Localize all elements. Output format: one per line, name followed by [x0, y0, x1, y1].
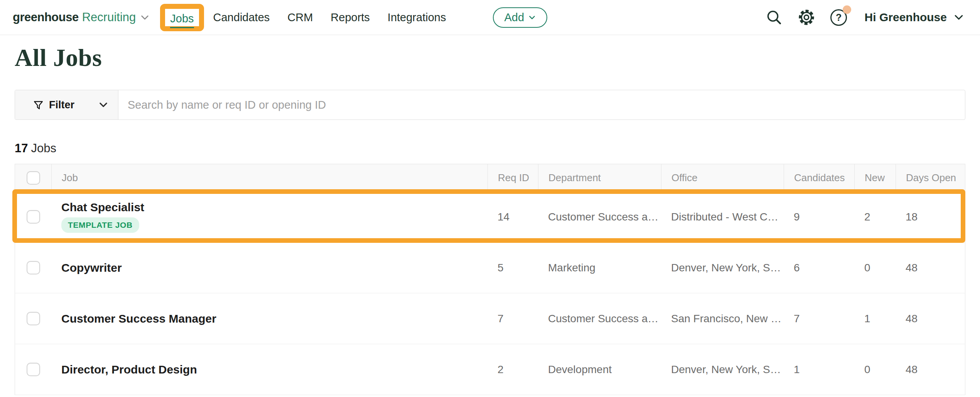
cell-candidates: 9: [784, 192, 854, 242]
brand-name: greenhouse: [13, 10, 79, 24]
table-row[interactable]: Director, Product Design 2 Development D…: [15, 344, 965, 395]
column-header-job[interactable]: Job: [51, 164, 487, 191]
jobs-count-number: 17: [15, 141, 28, 155]
user-menu[interactable]: Hi Greenhouse: [865, 11, 965, 24]
add-button[interactable]: Add: [493, 7, 547, 28]
page-title: All Jobs: [15, 44, 965, 71]
cell-candidates: 6: [784, 242, 854, 293]
cell-new: 1: [854, 293, 896, 344]
table-header-row: Job Req ID Department Office Candidates …: [15, 164, 965, 192]
template-job-badge: TEMPLATE JOB: [61, 217, 139, 233]
gear-icon[interactable]: [798, 8, 815, 26]
nav-item-jobs[interactable]: Jobs: [170, 12, 194, 28]
column-header-days-open[interactable]: Days Open: [896, 164, 965, 191]
column-header-new[interactable]: New: [854, 164, 896, 191]
nav-item-candidates[interactable]: Candidates: [213, 11, 270, 24]
job-link[interactable]: Customer Success Manager: [61, 312, 216, 325]
cell-req-id: 14: [487, 192, 538, 242]
cell-req-id: 2: [487, 344, 538, 395]
chevron-down-icon: [953, 12, 965, 23]
nav-right-cluster: ? Hi Greenhouse: [751, 8, 965, 26]
filter-search-bar: Filter: [15, 90, 965, 120]
chevron-down-icon: [528, 13, 536, 22]
cell-candidates: 1: [784, 344, 854, 395]
filter-dropdown[interactable]: Filter: [15, 90, 118, 119]
cell-days-open: 48: [896, 344, 965, 395]
notification-dot: [843, 5, 851, 14]
cell-department: Customer Success a…: [538, 293, 661, 344]
cell-new: 2: [854, 192, 896, 242]
cell-candidates: 7: [784, 293, 854, 344]
column-header-department[interactable]: Department: [538, 164, 661, 191]
cell-new: 0: [854, 344, 896, 395]
cell-office: Distributed - West C…: [661, 192, 784, 242]
nav-item-crm[interactable]: CRM: [287, 11, 313, 24]
jobs-search-input[interactable]: [118, 90, 965, 119]
jobs-count: 17Jobs: [15, 141, 965, 155]
cell-office: San Francisco, New …: [661, 293, 784, 344]
user-greeting: Hi Greenhouse: [865, 11, 947, 24]
column-header-req-id[interactable]: Req ID: [487, 164, 538, 191]
job-link[interactable]: Copywriter: [61, 261, 122, 274]
add-button-label: Add: [504, 11, 524, 24]
row-checkbox[interactable]: [27, 261, 40, 274]
cell-department: Development: [538, 344, 661, 395]
jobs-count-label: Jobs: [31, 141, 56, 155]
cell-days-open: 48: [896, 293, 965, 344]
cell-department: Customer Success a…: [538, 192, 661, 242]
funnel-icon: [33, 99, 44, 111]
greenhouse-logo[interactable]: greenhouse Recruiting: [13, 10, 150, 24]
table-row[interactable]: Customer Success Manager 7 Customer Succ…: [15, 293, 965, 344]
help-icon[interactable]: ?: [830, 8, 848, 26]
filter-label: Filter: [49, 99, 74, 111]
cell-office: Denver, New York, S…: [661, 242, 784, 293]
brand-product: Recruiting: [82, 10, 136, 24]
cell-department: Marketing: [538, 242, 661, 293]
cell-new: 0: [854, 242, 896, 293]
table-body: Chat Specialist TEMPLATE JOB 14 Customer…: [15, 192, 965, 395]
job-link[interactable]: Director, Product Design: [61, 363, 197, 376]
main-content: All Jobs Filter 17Jobs Job Req ID Depart…: [0, 44, 980, 395]
top-navigation-bar: greenhouse Recruiting Jobs Candidates CR…: [0, 0, 980, 35]
cell-req-id: 5: [487, 242, 538, 293]
job-link[interactable]: Chat Specialist: [61, 201, 144, 214]
cell-office: Denver, New York, S…: [661, 344, 784, 395]
table-row[interactable]: Copywriter 5 Marketing Denver, New York,…: [15, 242, 965, 293]
jobs-table: Job Req ID Department Office Candidates …: [15, 164, 965, 395]
table-row[interactable]: Chat Specialist TEMPLATE JOB 14 Customer…: [15, 192, 965, 242]
annotation-box-jobs: Jobs: [160, 4, 204, 31]
cell-req-id: 7: [487, 293, 538, 344]
nav-item-integrations[interactable]: Integrations: [388, 11, 446, 24]
chevron-down-icon: [98, 99, 109, 110]
row-checkbox[interactable]: [27, 312, 40, 325]
cell-days-open: 18: [896, 192, 965, 242]
row-checkbox[interactable]: [27, 363, 40, 376]
select-all-checkbox[interactable]: [27, 171, 40, 185]
primary-nav: Jobs Candidates CRM Reports Integrations: [160, 4, 464, 31]
search-icon[interactable]: [765, 8, 783, 26]
column-header-office[interactable]: Office: [661, 164, 784, 191]
column-header-candidates[interactable]: Candidates: [784, 164, 854, 191]
nav-item-reports[interactable]: Reports: [331, 11, 370, 24]
chevron-down-icon: [140, 12, 150, 23]
cell-days-open: 48: [896, 242, 965, 293]
row-checkbox[interactable]: [27, 210, 40, 224]
